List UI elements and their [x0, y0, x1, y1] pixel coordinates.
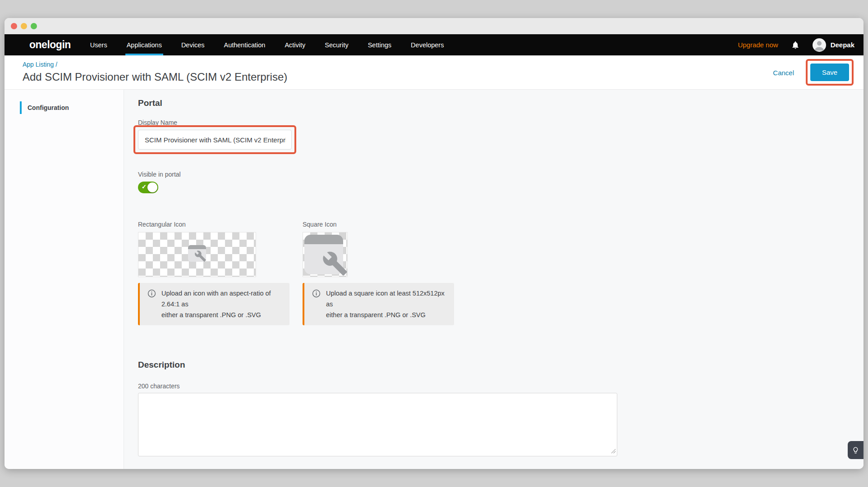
nav-item-users[interactable]: Users — [89, 34, 109, 55]
nav-item-activity[interactable]: Activity — [283, 34, 307, 55]
zoom-icon[interactable] — [31, 23, 37, 29]
visible-in-portal-toggle[interactable]: ✓ — [138, 182, 158, 193]
page-title: Add SCIM Provisioner with SAML (SCIM v2 … — [23, 71, 287, 83]
display-name-input[interactable] — [138, 130, 292, 150]
main-panel: Portal Display Name Visible in portal ✓ … — [124, 90, 863, 469]
onelogin-logo: onelogin — [29, 39, 71, 51]
nav-item-devices[interactable]: Devices — [180, 34, 206, 55]
notification-bell-icon[interactable] — [791, 41, 800, 50]
square-icon-label: Square Icon — [303, 221, 454, 228]
rectangular-icon-upload[interactable] — [138, 232, 256, 277]
visible-in-portal-label: Visible in portal — [138, 171, 863, 178]
user-name: Deepak — [831, 41, 854, 49]
main-nav: Users Applications Devices Authenticatio… — [89, 34, 462, 55]
nav-item-applications[interactable]: Applications — [125, 34, 163, 55]
help-lightbulb-button[interactable] — [848, 441, 863, 459]
nav-item-developers[interactable]: Developers — [409, 34, 445, 55]
minimize-icon[interactable] — [21, 23, 27, 29]
top-navbar: onelogin Users Applications Devices Auth… — [5, 34, 863, 55]
lightbulb-help-icon — [852, 446, 859, 454]
description-textarea[interactable] — [138, 393, 617, 456]
sidebar: Configuration — [5, 90, 124, 469]
info-text-line: Upload an icon with an aspect-ratio of 2… — [161, 288, 283, 309]
nav-item-settings[interactable]: Settings — [367, 34, 393, 55]
sidebar-item-configuration[interactable]: Configuration — [20, 101, 124, 114]
display-name-label: Display Name — [138, 119, 863, 126]
description-section-heading: Description — [138, 360, 863, 370]
user-avatar-icon — [813, 38, 826, 52]
breadcrumb[interactable]: App Listing / — [23, 61, 57, 68]
info-circle-icon — [312, 289, 321, 298]
check-icon: ✓ — [142, 183, 147, 190]
window-titlebar — [5, 18, 863, 34]
rectangular-icon-label: Rectangular Icon — [138, 221, 289, 228]
info-text-line: either a transparent .PNG or .SVG — [326, 309, 448, 320]
close-icon[interactable] — [11, 23, 17, 29]
page-header: App Listing / Add SCIM Provisioner with … — [5, 55, 863, 90]
app-window: onelogin Users Applications Devices Auth… — [5, 18, 863, 469]
info-text-line: either a transparent .PNG or .SVG — [161, 309, 283, 320]
app-window-bar — [304, 235, 343, 244]
nav-item-security[interactable]: Security — [323, 34, 349, 55]
wrench-icon — [194, 250, 207, 262]
info-text-line: Upload a square icon at least 512x512px … — [326, 288, 448, 309]
cancel-button[interactable]: Cancel — [773, 69, 794, 77]
square-icon-upload[interactable] — [303, 232, 348, 277]
toggle-knob — [147, 182, 157, 192]
rectangular-icon-info: Upload an icon with an aspect-ratio of 2… — [138, 283, 289, 325]
app-window-bar — [188, 245, 206, 249]
user-menu[interactable]: Deepak — [813, 38, 854, 52]
wrench-icon — [322, 250, 348, 277]
portal-section-heading: Portal — [138, 98, 863, 108]
square-icon-info: Upload a square icon at least 512x512px … — [303, 283, 454, 325]
save-button[interactable]: Save — [810, 64, 849, 81]
nav-item-authentication[interactable]: Authentication — [222, 34, 266, 55]
save-annotation-box: Save — [806, 59, 854, 86]
character-counter: 200 characters — [138, 382, 863, 390]
upgrade-now-link[interactable]: Upgrade now — [738, 41, 778, 49]
info-circle-icon — [147, 289, 156, 298]
